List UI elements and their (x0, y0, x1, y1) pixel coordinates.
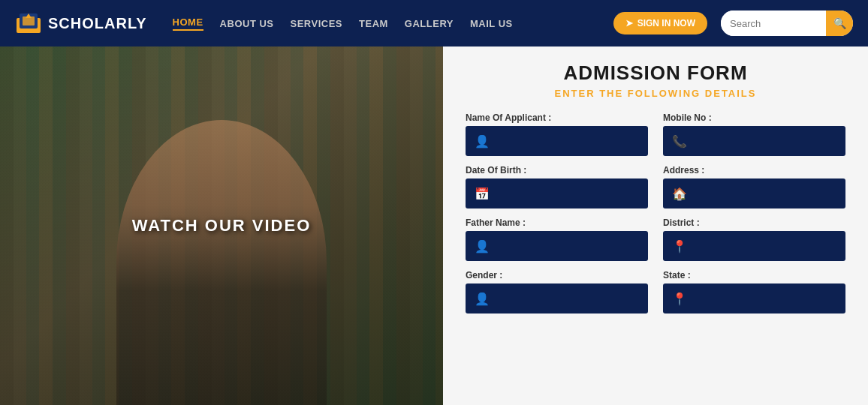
phone-icon: 📞 (672, 134, 687, 148)
district-input-wrapper: 📍 (663, 231, 845, 261)
calendar-icon: 📅 (475, 187, 490, 201)
mobile-input-wrapper: 📞 (663, 126, 845, 156)
name-label: Name Of Applicant : (466, 112, 648, 123)
dob-input[interactable] (490, 188, 639, 200)
dob-field: Date Of Birth : 📅 (466, 165, 648, 208)
address-input[interactable] (687, 188, 836, 200)
search-button[interactable]: 🔍 (826, 10, 853, 36)
nav-bar: HOME ABOUT US SERVICES TEAM GALLERY MAIL… (173, 16, 600, 31)
hero-cta-text[interactable]: WATCH OUR VIDEO (132, 216, 312, 236)
home-icon: 🏠 (672, 187, 687, 201)
gender-label: Gender : (466, 270, 648, 280)
main-content: WATCH OUR VIDEO ADMISSION FORM ENTER THE… (0, 46, 868, 405)
nav-team[interactable]: TEAM (359, 18, 388, 29)
nav-about[interactable]: ABOUT US (220, 18, 274, 29)
district-label: District : (663, 218, 845, 228)
form-grid: Name Of Applicant : 👤 Mobile No : 📞 Date… (466, 112, 845, 314)
logo-icon (15, 12, 42, 34)
gender-field: Gender : 👤 (466, 270, 648, 314)
search-bar: 🔍 (721, 10, 853, 36)
logo-text: SCHOLARLY (48, 15, 147, 32)
name-input-wrapper: 👤 (466, 126, 648, 156)
search-icon: 🔍 (833, 17, 846, 29)
father-field: Father Name : 👤 (466, 218, 648, 261)
nav-gallery[interactable]: GALLERY (405, 18, 454, 29)
name-field: Name Of Applicant : 👤 (466, 112, 648, 156)
dob-input-wrapper: 📅 (466, 178, 648, 208)
header: SCHOLARLY HOME ABOUT US SERVICES TEAM GA… (0, 0, 868, 46)
nav-mail[interactable]: MAIL US (470, 18, 513, 29)
signin-label: SIGN IN NOW (637, 18, 695, 28)
state-input[interactable] (687, 292, 836, 305)
mobile-label: Mobile No : (663, 112, 845, 123)
signin-icon: ➤ (625, 18, 633, 28)
search-input[interactable] (721, 10, 826, 36)
district-input[interactable] (687, 240, 836, 253)
person-image (116, 120, 327, 405)
form-title: ADMISSION FORM (466, 62, 845, 85)
father-icon: 👤 (475, 239, 490, 254)
gender-input-wrapper: 👤 (466, 284, 648, 314)
name-input[interactable] (490, 135, 639, 148)
pin-icon: 📍 (672, 239, 687, 254)
state-label: State : (663, 270, 845, 280)
logo: SCHOLARLY (15, 12, 147, 34)
state-field: State : 📍 (663, 270, 845, 314)
father-input[interactable] (490, 240, 639, 253)
district-field: District : 📍 (663, 218, 845, 261)
form-section: ADMISSION FORM ENTER THE FOLLOWING DETAI… (443, 46, 868, 405)
person-icon: 👤 (475, 134, 490, 148)
address-input-wrapper: 🏠 (663, 178, 845, 208)
hero-section: WATCH OUR VIDEO (0, 46, 443, 405)
address-field: Address : 🏠 (663, 165, 845, 208)
form-subtitle: ENTER THE FOLLOWING DETAILS (466, 88, 845, 99)
father-label: Father Name : (466, 218, 648, 228)
state-input-wrapper: 📍 (663, 284, 845, 314)
gender-icon: 👤 (475, 292, 490, 306)
father-input-wrapper: 👤 (466, 231, 648, 261)
mobile-field: Mobile No : 📞 (663, 112, 845, 156)
gender-input[interactable] (490, 292, 639, 305)
nav-services[interactable]: SERVICES (291, 18, 343, 29)
mobile-input[interactable] (687, 135, 836, 148)
signin-button[interactable]: ➤ SIGN IN NOW (613, 12, 707, 34)
dob-label: Date Of Birth : (466, 165, 648, 176)
address-label: Address : (663, 165, 845, 176)
nav-home[interactable]: HOME (173, 16, 203, 31)
state-pin-icon: 📍 (672, 292, 687, 306)
